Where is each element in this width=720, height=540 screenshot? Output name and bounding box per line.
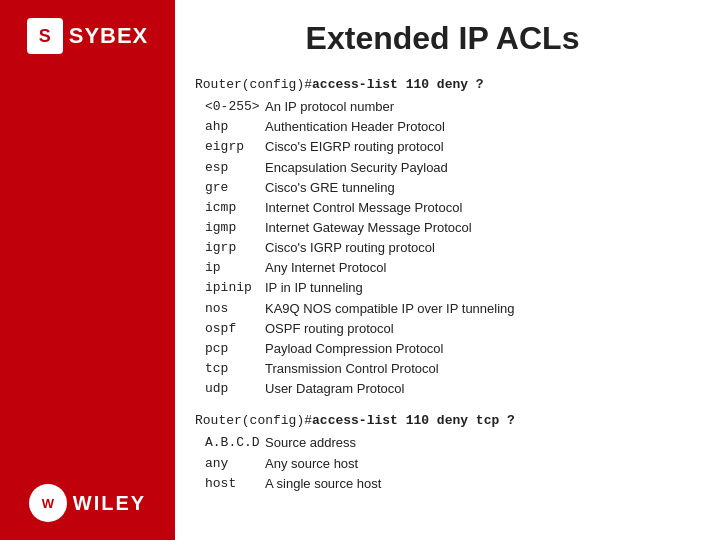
proto-key: nos — [205, 299, 265, 319]
source-table: A.B.C.DSource addressanyAny source hosth… — [205, 433, 690, 493]
proto-row: ospfOSPF routing protocol — [205, 319, 690, 339]
proto-key: tcp — [205, 359, 265, 379]
wiley-circle-icon: W — [29, 484, 67, 522]
proto-value: Cisco's GRE tunneling — [265, 178, 395, 198]
ip-range-key: <0-255> — [205, 97, 265, 117]
proto-row: igmpInternet Gateway Message Protocol — [205, 218, 690, 238]
section2: Router(config)#access-list 110 deny tcp … — [195, 411, 690, 494]
page-title: Extended IP ACLs — [195, 20, 690, 57]
ip-number-row: <0-255> An IP protocol number — [205, 97, 690, 117]
command-plain: Router(config)# — [195, 77, 312, 92]
proto-row: ipinipIP in IP tunneling — [205, 278, 690, 298]
proto-key: esp — [205, 158, 265, 178]
proto-key: ip — [205, 258, 265, 278]
section1-command: Router(config)#access-list 110 deny ? — [195, 75, 690, 95]
main-content: Extended IP ACLs Router(config)#access-l… — [175, 0, 720, 540]
proto-value: Internet Gateway Message Protocol — [265, 218, 472, 238]
source-value: Source address — [265, 433, 356, 453]
content-area: Router(config)#access-list 110 deny ? <0… — [195, 75, 690, 494]
sybex-icon: S — [27, 18, 63, 54]
proto-row: greCisco's GRE tunneling — [205, 178, 690, 198]
logo-area: S SYBEX — [27, 18, 149, 54]
proto-key: pcp — [205, 339, 265, 359]
protocol-table: ahpAuthentication Header ProtocoleigrpCi… — [205, 117, 690, 399]
wiley-logo: W WILEY — [29, 484, 146, 522]
proto-row: espEncapsulation Security Payload — [205, 158, 690, 178]
proto-key: ahp — [205, 117, 265, 137]
proto-value: User Datagram Protocol — [265, 379, 404, 399]
section2-command: Router(config)#access-list 110 deny tcp … — [195, 411, 690, 431]
proto-value: Internet Control Message Protocol — [265, 198, 462, 218]
ip-range-desc: An IP protocol number — [265, 97, 394, 117]
proto-row: udpUser Datagram Protocol — [205, 379, 690, 399]
proto-row: pcpPayload Compression Protocol — [205, 339, 690, 359]
section2-command-bold: access-list 110 deny tcp ? — [312, 413, 515, 428]
proto-value: Encapsulation Security Payload — [265, 158, 448, 178]
proto-value: Payload Compression Protocol — [265, 339, 443, 359]
proto-value: Authentication Header Protocol — [265, 117, 445, 137]
proto-key: ipinip — [205, 278, 265, 298]
proto-value: Any Internet Protocol — [265, 258, 386, 278]
source-row: anyAny source host — [205, 454, 690, 474]
source-value: Any source host — [265, 454, 358, 474]
source-key: A.B.C.D — [205, 433, 265, 453]
command-bold: access-list 110 deny ? — [312, 77, 484, 92]
proto-key: eigrp — [205, 137, 265, 157]
proto-row: tcpTransmission Control Protocol — [205, 359, 690, 379]
section2-command-plain: Router(config)# — [195, 413, 312, 428]
proto-value: Cisco's EIGRP routing protocol — [265, 137, 444, 157]
proto-row: ipAny Internet Protocol — [205, 258, 690, 278]
source-value: A single source host — [265, 474, 381, 494]
proto-row: ahpAuthentication Header Protocol — [205, 117, 690, 137]
proto-key: igrp — [205, 238, 265, 258]
proto-key: icmp — [205, 198, 265, 218]
sybex-logo: S SYBEX — [27, 18, 149, 54]
source-row: A.B.C.DSource address — [205, 433, 690, 453]
source-key: host — [205, 474, 265, 494]
proto-key: gre — [205, 178, 265, 198]
proto-value: IP in IP tunneling — [265, 278, 363, 298]
proto-value: Cisco's IGRP routing protocol — [265, 238, 435, 258]
proto-value: OSPF routing protocol — [265, 319, 394, 339]
proto-key: udp — [205, 379, 265, 399]
sybex-text: SYBEX — [69, 23, 149, 49]
proto-key: igmp — [205, 218, 265, 238]
proto-value: Transmission Control Protocol — [265, 359, 439, 379]
proto-row: icmpInternet Control Message Protocol — [205, 198, 690, 218]
wiley-text: WILEY — [73, 492, 146, 515]
proto-value: KA9Q NOS compatible IP over IP tunneling — [265, 299, 515, 319]
proto-row: eigrpCisco's EIGRP routing protocol — [205, 137, 690, 157]
sidebar: S SYBEX W WILEY — [0, 0, 175, 540]
source-key: any — [205, 454, 265, 474]
proto-key: ospf — [205, 319, 265, 339]
proto-row: nosKA9Q NOS compatible IP over IP tunnel… — [205, 299, 690, 319]
proto-row: igrpCisco's IGRP routing protocol — [205, 238, 690, 258]
source-row: hostA single source host — [205, 474, 690, 494]
